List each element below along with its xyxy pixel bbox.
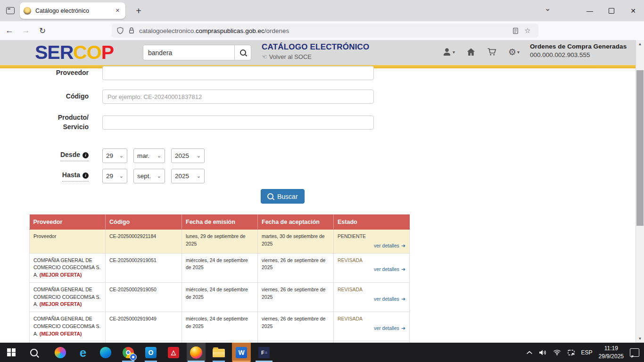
sercop-header: SERCOP CATÁLOGO ELECTRÓNICO ☜Volver al S… bbox=[0, 40, 636, 65]
browser-toolbar: ← → ↻ catalogoelectronico.compraspublica… bbox=[0, 21, 644, 41]
user-menu-button[interactable]: ▾ bbox=[442, 47, 455, 57]
reload-button[interactable]: ↻ bbox=[35, 24, 50, 38]
codigo-label: Código bbox=[0, 92, 89, 101]
proveedor-input[interactable] bbox=[102, 66, 374, 80]
back-button[interactable]: ← bbox=[2, 24, 17, 38]
tray-chevron-up-icon[interactable] bbox=[526, 351, 533, 354]
page-scrollbar[interactable]: ▲ ▼ bbox=[636, 40, 644, 343]
header-search-input[interactable] bbox=[143, 45, 234, 60]
taskbar-copilot-button[interactable] bbox=[51, 343, 70, 362]
desde-year-select[interactable]: 2025⌄ bbox=[171, 148, 205, 163]
tablet-workspace-icon[interactable] bbox=[567, 349, 575, 356]
acrobat-icon: △ bbox=[168, 347, 179, 358]
estado-badge: REVISADA bbox=[338, 286, 405, 294]
home-button[interactable] bbox=[466, 47, 476, 57]
language-indicator[interactable]: ESP bbox=[581, 349, 593, 356]
info-icon[interactable]: i bbox=[83, 173, 89, 179]
clock-time: 11:19 bbox=[604, 345, 618, 352]
firefox-view-button[interactable] bbox=[4, 4, 17, 17]
codigo-input[interactable] bbox=[102, 90, 374, 104]
restore-button[interactable] bbox=[601, 0, 622, 21]
hand-back-icon: ☜ bbox=[262, 53, 267, 60]
system-tray: ESP 11:1929/9/2025 bbox=[526, 345, 644, 360]
windows-taskbar: e O △ W F≡ ESP 11:1929/9/2025 bbox=[0, 343, 644, 362]
close-button[interactable]: ✕ bbox=[622, 0, 644, 21]
chevron-down-icon: ⌄ bbox=[119, 153, 124, 159]
settings-menu-button[interactable]: ⚙ ▾ bbox=[508, 48, 520, 57]
taskbar-internet-explorer-button[interactable]: e bbox=[74, 343, 92, 362]
list-tabs-chevron-icon[interactable]: ⌄ bbox=[545, 4, 551, 13]
taskbar-acrobat-button[interactable]: △ bbox=[164, 343, 183, 362]
buscar-button[interactable]: Buscar bbox=[261, 189, 305, 204]
internet-explorer-icon: e bbox=[80, 347, 86, 358]
info-icon[interactable]: i bbox=[83, 152, 89, 158]
ver-detalles-link[interactable]: ver detalles bbox=[374, 325, 399, 331]
cell-emision: miércoles, 24 de septiembre de 2025 bbox=[182, 282, 258, 312]
cart-button[interactable] bbox=[487, 47, 497, 57]
volver-label: Volver al SOCE bbox=[269, 53, 312, 60]
chevron-down-icon: ⌄ bbox=[197, 153, 201, 159]
edge-icon bbox=[100, 347, 111, 358]
start-button[interactable] bbox=[2, 343, 21, 362]
form-row-producto: Producto/Servicio bbox=[0, 113, 636, 132]
scroll-down-arrow[interactable]: ▼ bbox=[636, 337, 644, 341]
hasta-day-select[interactable]: 29⌄ bbox=[102, 169, 127, 183]
lock-icon[interactable] bbox=[128, 27, 135, 34]
search-icon bbox=[267, 193, 273, 199]
tab-title: Catálogo electrónico bbox=[35, 8, 114, 14]
taskbar-file-explorer-button[interactable] bbox=[209, 343, 228, 362]
header-search-button[interactable] bbox=[234, 45, 251, 60]
ver-detalles-link[interactable]: ver detalles bbox=[374, 296, 399, 302]
taskbar-word-button[interactable]: W bbox=[232, 343, 251, 362]
sercop-logo[interactable]: SERCOP bbox=[35, 41, 114, 64]
orders-summary: Ordenes de Compra Generadas 000.000.002.… bbox=[530, 43, 634, 58]
hasta-year-select[interactable]: 2025⌄ bbox=[171, 169, 205, 183]
desde-month-select[interactable]: mar.⌄ bbox=[133, 148, 165, 163]
cell-emision: miércoles, 24 de septiembre de 2025 bbox=[182, 312, 258, 341]
estado-badge: REVISADA bbox=[338, 257, 405, 264]
restore-icon bbox=[609, 8, 614, 14]
browser-tab[interactable]: Catálogo electrónico ✕ bbox=[20, 2, 125, 19]
form-row-proveedor: Proveedor bbox=[0, 66, 636, 80]
taskbar-edge-button[interactable] bbox=[96, 343, 115, 362]
notification-center-icon[interactable] bbox=[630, 348, 639, 357]
volume-icon[interactable] bbox=[539, 349, 547, 356]
ver-detalles-link[interactable]: ver detalles bbox=[374, 243, 399, 248]
col-header-estado: Estado bbox=[334, 215, 410, 230]
taskbar-chrome-button[interactable] bbox=[119, 343, 138, 362]
taskbar-f-app-button[interactable]: F≡ bbox=[255, 343, 273, 362]
scrollbar-thumb[interactable] bbox=[636, 70, 644, 226]
tab-close-icon[interactable]: ✕ bbox=[114, 6, 122, 16]
cell-codigo: CE-20250002921184 bbox=[106, 230, 182, 254]
scroll-up-arrow[interactable]: ▲ bbox=[636, 42, 644, 46]
windows-logo-icon bbox=[7, 348, 16, 357]
buscar-row: Buscar bbox=[261, 189, 636, 204]
new-tab-button[interactable]: + bbox=[132, 4, 145, 17]
firefox-view-icon bbox=[6, 7, 15, 14]
taskbar-firefox-button[interactable] bbox=[187, 343, 206, 362]
bookmark-star-icon[interactable]: ☆ bbox=[521, 25, 534, 37]
mejor-oferta-badge: (MEJOR OFERTA) bbox=[40, 301, 82, 307]
wifi-icon[interactable] bbox=[553, 349, 561, 355]
chrome-profile-badge bbox=[130, 354, 137, 361]
form-row-hasta: Hastai 29⌄ sept.⌄ 2025⌄ bbox=[0, 169, 636, 183]
minimize-button[interactable]: — bbox=[579, 0, 601, 21]
chevron-down-icon: ⌄ bbox=[157, 173, 161, 179]
taskbar-search-button[interactable] bbox=[25, 343, 43, 362]
mejor-oferta-badge: (MEJOR OFERTA) bbox=[40, 331, 82, 337]
volver-al-soce-link[interactable]: ☜Volver al SOCE bbox=[262, 53, 369, 60]
ver-detalles-link[interactable]: ver detalles bbox=[374, 266, 399, 272]
reader-mode-icon[interactable] bbox=[509, 25, 521, 37]
hasta-month-select[interactable]: sept.⌄ bbox=[133, 169, 165, 183]
url-domain: compraspublicas.gob.ec bbox=[196, 27, 264, 34]
producto-servicio-input[interactable] bbox=[102, 115, 374, 130]
orders-title: Ordenes de Compra Generadas bbox=[530, 43, 634, 50]
forward-button[interactable]: → bbox=[19, 24, 33, 38]
desde-day-select[interactable]: 29⌄ bbox=[102, 148, 127, 163]
url-text: catalogoelectronico.compraspublicas.gob.… bbox=[139, 27, 509, 34]
shield-icon[interactable] bbox=[116, 27, 124, 34]
taskbar-clock[interactable]: 11:1929/9/2025 bbox=[599, 345, 624, 360]
taskbar-outlook-button[interactable]: O bbox=[141, 343, 160, 362]
address-bar[interactable]: catalogoelectronico.compraspublicas.gob.… bbox=[112, 24, 538, 38]
logo-ser: SER bbox=[35, 41, 73, 63]
